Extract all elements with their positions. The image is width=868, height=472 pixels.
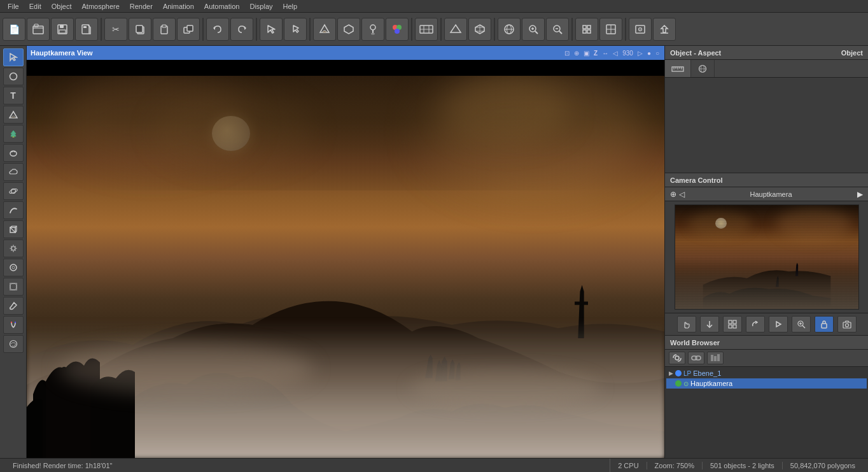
vp-icon-z[interactable]: Z [592, 49, 599, 57]
copy-btn[interactable] [129, 18, 151, 41]
world-browser-toolbar [665, 350, 868, 367]
vp-icon-next[interactable]: ▷ [636, 49, 644, 57]
menu-animation[interactable]: Animation [158, 1, 199, 11]
open-file-btn[interactable] [27, 18, 50, 41]
obj-tab-sphere[interactable] [691, 60, 715, 77]
terrain-btn[interactable] [444, 18, 467, 41]
sep5 [411, 18, 412, 41]
obj-tab-ruler[interactable] [665, 60, 691, 77]
vp-icon-time[interactable]: 930 [621, 49, 634, 57]
cloud-tool[interactable] [3, 163, 24, 181]
brush-tool[interactable] [3, 297, 24, 315]
tree-tool[interactable] [3, 125, 24, 143]
svg-rect-44 [587, 30, 591, 33]
undo-btn[interactable] [206, 18, 229, 41]
menu-help[interactable]: Help [278, 1, 303, 11]
text-tool[interactable]: T [3, 87, 24, 104]
menu-automation[interactable]: Automation [199, 1, 245, 11]
camera-next-btn[interactable]: ▶ [857, 190, 863, 199]
camera-type-icon: ⊙ [683, 380, 689, 387]
material-btn[interactable] [386, 18, 409, 41]
vp-icon-arrows[interactable]: ↔ [601, 49, 610, 57]
wb-chain-btn[interactable] [688, 352, 704, 364]
transform-tool[interactable] [3, 278, 24, 296]
paste-btn[interactable] [153, 18, 176, 41]
render-tool[interactable] [3, 335, 24, 353]
cam-zoom-btn[interactable] [792, 316, 811, 333]
save-as-btn[interactable] [75, 18, 98, 41]
cam-fit-btn[interactable] [723, 316, 742, 333]
camera-prev-btn[interactable]: ◁ [679, 190, 685, 199]
object-shape-btn[interactable] [337, 18, 360, 41]
planet-tool[interactable] [3, 182, 24, 200]
render-view-btn[interactable] [599, 18, 622, 41]
tree-item-ebene1[interactable]: ▶ LP Ebene_1 [666, 368, 867, 378]
layer-icon: LP [683, 370, 691, 377]
cam-down-btn[interactable] [700, 316, 719, 333]
svg-point-18 [371, 32, 375, 34]
box-tool[interactable] [3, 220, 24, 238]
svg-marker-55 [11, 131, 16, 136]
object-controls [665, 78, 868, 85]
vp-icon-grid[interactable]: ▣ [582, 49, 591, 57]
clone-btn[interactable] [177, 18, 200, 41]
move-arrow-btn[interactable] [284, 18, 307, 41]
wb-link-btn[interactable] [669, 352, 685, 364]
cam-play-btn[interactable] [769, 316, 788, 333]
tree-item-hauptkamera[interactable]: ⊙ Hauptkamera [666, 378, 867, 389]
camera-color-dot [675, 380, 682, 387]
export-btn[interactable] [653, 18, 676, 41]
svg-point-57 [10, 151, 17, 156]
wb-bars-btn[interactable] [707, 352, 724, 364]
camera-icon[interactable]: ⊕ [670, 190, 676, 199]
menu-file[interactable]: File [3, 1, 24, 11]
cam-lock-btn[interactable] [815, 316, 834, 333]
tree-expand-icon: ▶ [669, 370, 673, 376]
redo-btn[interactable] [230, 18, 253, 41]
svg-point-97 [845, 324, 848, 327]
cut-btn[interactable]: ✂ [104, 18, 127, 41]
rock-tool[interactable] [3, 144, 24, 162]
cam-rotate-btn[interactable] [746, 316, 765, 333]
svg-rect-1 [34, 24, 38, 27]
select-tool[interactable] [3, 48, 24, 66]
render-btn[interactable] [629, 18, 652, 41]
terrain-shape-btn[interactable] [313, 18, 336, 41]
vp-icon-camera[interactable]: ⊕ [573, 49, 580, 57]
svg-rect-70 [15, 283, 17, 285]
menu-edit[interactable]: Edit [24, 1, 46, 11]
light-effect-tool[interactable] [3, 240, 24, 257]
menu-display[interactable]: Display [244, 1, 277, 11]
globe-btn[interactable] [498, 18, 521, 41]
menu-object[interactable]: Object [46, 1, 77, 11]
lens-tool[interactable] [3, 259, 24, 276]
graph-btn[interactable] [468, 18, 491, 41]
viewport-canvas[interactable] [27, 60, 664, 458]
vp-icon-prev[interactable]: ◁ [612, 49, 619, 57]
fit-screen-btn[interactable] [575, 18, 598, 41]
vp-icon-record[interactable]: ● [646, 49, 652, 57]
save-btn[interactable] [51, 18, 74, 41]
menu-render[interactable]: Render [125, 1, 158, 11]
sphere-tool[interactable] [3, 68, 24, 85]
svg-point-66 [10, 264, 17, 271]
new-file-btn[interactable]: 📄 [3, 18, 25, 41]
sequence-btn[interactable] [415, 18, 438, 41]
path-tool[interactable] [3, 201, 24, 219]
vp-icon-window[interactable]: ⊡ [563, 49, 571, 57]
status-cpu: 2 CPU [610, 462, 647, 469]
cam-camera-btn[interactable] [837, 316, 857, 333]
menu-atmosphere[interactable]: Atmosphere [77, 1, 125, 11]
brush-btn[interactable] [361, 18, 384, 41]
select-arrow-btn[interactable] [260, 18, 283, 41]
magnet-tool[interactable] [3, 316, 24, 334]
zoom-out-btn[interactable] [546, 18, 569, 41]
cam-hand-btn[interactable] [677, 316, 696, 333]
svg-line-35 [535, 31, 538, 34]
zoom-in-btn[interactable] [522, 18, 545, 41]
terrain-tool[interactable] [3, 106, 24, 124]
object-aspect-header: Object - Aspect Object [665, 46, 868, 60]
object-aspect-title: Object - Aspect [670, 49, 721, 57]
vp-icon-expand[interactable]: ○ [654, 49, 661, 57]
status-right: 2 CPU Zoom: 750% 501 objects - 2 lights … [610, 462, 863, 469]
